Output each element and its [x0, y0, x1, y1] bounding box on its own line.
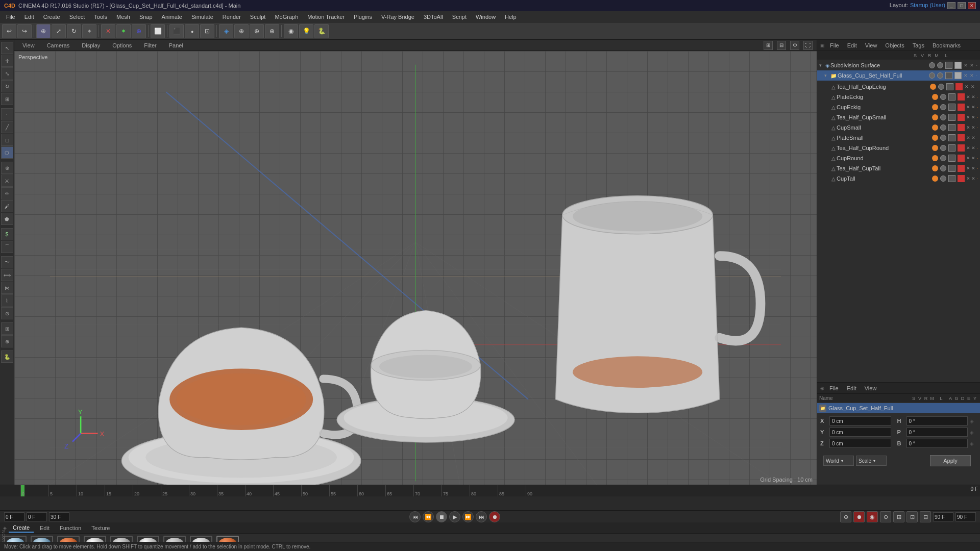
render-region[interactable]: ⬥: [185, 24, 199, 38]
om-dot22[interactable]: [940, 176, 946, 182]
deform-tool[interactable]: ⌇: [1, 294, 13, 307]
om-dot5[interactable]: [932, 94, 938, 100]
symmetry-tool[interactable]: ⋈: [1, 282, 13, 294]
rotate-tool[interactable]: ↻: [67, 24, 81, 38]
om-item-tea-half-cuptall[interactable]: △ Tea_Half_CupTall ✕ ✕ ·: [817, 163, 980, 173]
viewport-tab-cameras[interactable]: Cameras: [43, 41, 74, 49]
om-dot6[interactable]: [940, 94, 946, 100]
undo-button[interactable]: ↩: [2, 24, 16, 38]
om-tab-edit[interactable]: Edit: [844, 41, 860, 49]
z-axis[interactable]: ⊕: [132, 24, 146, 38]
om-item-cupsmall[interactable]: △ CupSmall ✕ ✕ ·: [817, 122, 980, 133]
fps-field[interactable]: 30 F: [49, 512, 69, 521]
move-tool-left[interactable]: ✛: [1, 55, 13, 67]
om-dot14[interactable]: [940, 135, 946, 141]
viewport-maximize[interactable]: ⊞: [764, 41, 773, 50]
menu-simulate[interactable]: Simulate: [187, 13, 217, 21]
menu-script[interactable]: Script: [448, 13, 471, 21]
coord-field-y[interactable]: 0 cm: [829, 428, 891, 437]
om-dot11[interactable]: [932, 124, 938, 131]
om-dot13[interactable]: [932, 135, 938, 141]
select-tool[interactable]: ↖: [1, 42, 13, 54]
go-to-end-button[interactable]: ⏭: [476, 511, 487, 522]
menu-edit[interactable]: Edit: [20, 13, 38, 21]
step-back-button[interactable]: ⏪: [423, 511, 434, 522]
side-btn[interactable]: ⊕: [250, 24, 264, 38]
menu-sculpt[interactable]: Sculpt: [246, 13, 270, 21]
om-dot21[interactable]: [932, 176, 938, 182]
scale-select[interactable]: Scale ▾: [856, 456, 887, 466]
viewport-fullscreen[interactable]: ⛶: [803, 41, 813, 50]
maximize-button[interactable]: □: [958, 2, 966, 9]
om-dot12[interactable]: [940, 124, 946, 131]
step-forward-button[interactable]: ⏩: [462, 511, 474, 522]
viewport-tab-panel[interactable]: Panel: [165, 41, 187, 49]
om-item-subdivision[interactable]: ▾ ◈ Subdivision Surface ✕ ✕ ·: [817, 60, 980, 70]
minimize-button[interactable]: _: [947, 2, 955, 9]
render-btn[interactable]: ⬛: [169, 24, 184, 38]
snap-tool[interactable]: ⊕: [1, 335, 13, 347]
om-tab-tags[interactable]: Tags: [910, 41, 927, 49]
playback-speed-field[interactable]: 90 F: [955, 512, 976, 521]
viewport-tab-display[interactable]: Display: [78, 41, 104, 49]
mat-tab-function[interactable]: Function: [56, 524, 85, 532]
close-button[interactable]: ✕: [968, 2, 976, 9]
world-select[interactable]: World ▾: [823, 456, 854, 466]
om-dot19[interactable]: [932, 165, 938, 171]
om-item-glass-cup-set[interactable]: ▾ 📁 Glass_Cup_Set_Half_Full ✕ ✕ ·: [817, 70, 980, 81]
mat-tab-edit[interactable]: Edit: [36, 524, 54, 532]
knife-tool[interactable]: ⚔: [1, 174, 13, 187]
menu-select[interactable]: Select: [65, 13, 89, 21]
om-dot8[interactable]: [940, 104, 946, 110]
perspective-btn[interactable]: ◈: [219, 24, 233, 38]
coord-field-b[interactable]: 0 °: [906, 439, 968, 448]
tool-5[interactable]: ⊞: [1, 93, 13, 105]
om-dot4[interactable]: [938, 84, 944, 90]
om-dot2-s[interactable]: [929, 72, 935, 79]
go-to-start-button[interactable]: ⏮: [409, 511, 421, 522]
attr-tab-view[interactable]: View: [862, 384, 880, 392]
record-button[interactable]: ⏺: [489, 511, 500, 522]
menu-mograph[interactable]: MoGraph: [271, 13, 302, 21]
coord-field-h[interactable]: 0 °: [906, 416, 968, 425]
paint-tool[interactable]: 🖌: [1, 200, 13, 212]
viewport-tab-filter[interactable]: Filter: [140, 41, 160, 49]
play-button[interactable]: ▶: [449, 511, 460, 522]
om-item-tea-half-cupround[interactable]: △ Tea_Half_CupRound ✕ ✕ ·: [817, 143, 980, 153]
redo-button[interactable]: ↪: [17, 24, 32, 38]
om-tab-objects[interactable]: Objects: [882, 41, 907, 49]
stop-button[interactable]: ⏹: [436, 511, 447, 522]
coord-field-x[interactable]: 0 cm: [829, 416, 891, 425]
object-mode[interactable]: ⬡: [1, 146, 13, 159]
om-item-cupeckig[interactable]: △ CupEckig ✕ ✕ ·: [817, 102, 980, 112]
start-frame-field[interactable]: 0 F: [4, 512, 24, 521]
keyframe-btn[interactable]: ⊕: [840, 511, 851, 522]
record-selected-btn[interactable]: ⏺: [853, 511, 865, 522]
om-item-tea-half-cupeckig[interactable]: △ Tea_Half_CupEckig ✕ ✕ ·: [817, 82, 980, 92]
om-dot15[interactable]: [932, 145, 938, 151]
om-dot7[interactable]: [932, 104, 938, 110]
menu-animate[interactable]: Animate: [158, 13, 186, 21]
apply-button[interactable]: Apply: [930, 455, 971, 466]
cube-tool[interactable]: ⬜: [151, 24, 165, 38]
viewport-minimize[interactable]: ⊟: [777, 41, 786, 50]
om-tab-view[interactable]: View: [862, 41, 880, 49]
om-dot17[interactable]: [932, 155, 938, 161]
coord-field-z[interactable]: 0 cm: [829, 439, 891, 448]
om-tab-file[interactable]: File: [827, 41, 842, 49]
dollar-tool[interactable]: $: [1, 228, 13, 240]
menu-plugins[interactable]: Plugins: [350, 13, 376, 21]
om-dot-s[interactable]: [929, 62, 935, 68]
top-btn[interactable]: ⊕: [265, 24, 279, 38]
om-item-plateeckig[interactable]: △ PlateEckig ✕ ✕ ·: [817, 92, 980, 102]
IK-btn[interactable]: ⊙: [880, 511, 891, 522]
y-axis[interactable]: ✶: [116, 24, 131, 38]
light-tool[interactable]: 💡: [299, 24, 313, 38]
menu-window[interactable]: Window: [472, 13, 500, 21]
menu-motion-tracker[interactable]: Motion Tracker: [303, 13, 349, 21]
motion-btn[interactable]: ◉: [867, 511, 878, 522]
om-tab-bookmarks[interactable]: Bookmarks: [929, 41, 964, 49]
menu-3dtoall[interactable]: 3DToAll: [420, 13, 447, 21]
spline-tool[interactable]: 〜: [1, 256, 13, 268]
mat-tab-create[interactable]: Create: [9, 523, 34, 533]
